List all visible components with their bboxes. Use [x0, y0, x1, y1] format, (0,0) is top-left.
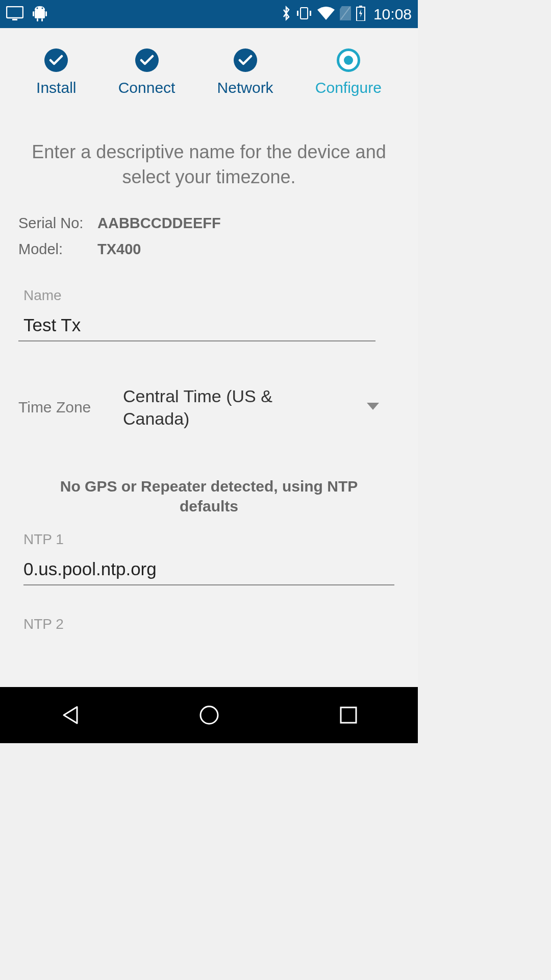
- step-connect[interactable]: Connect: [118, 48, 176, 96]
- svg-rect-2: [35, 10, 45, 18]
- svg-rect-8: [41, 18, 43, 21]
- back-button[interactable]: [58, 703, 82, 727]
- timezone-section: Time Zone Central Time (US & Canada): [0, 341, 418, 430]
- model-row: Model: TX400: [18, 241, 399, 258]
- navigation-bar: [0, 687, 418, 743]
- vibrate-icon: [296, 7, 312, 22]
- name-label: Name: [18, 287, 399, 304]
- svg-rect-16: [341, 707, 356, 723]
- serial-row: Serial No: AABBCCDDEEFF: [18, 215, 399, 232]
- svg-rect-11: [310, 11, 311, 16]
- svg-rect-7: [37, 18, 38, 21]
- step-configure[interactable]: Configure: [315, 48, 382, 96]
- bluetooth-icon: [282, 6, 291, 23]
- timezone-select[interactable]: Central Time (US & Canada): [123, 385, 399, 430]
- cast-icon: [6, 6, 23, 22]
- ntp1-label: NTP 1: [23, 531, 394, 548]
- sim-icon: [340, 6, 351, 22]
- svg-rect-1: [12, 19, 17, 20]
- svg-rect-10: [297, 11, 298, 16]
- timezone-label: Time Zone: [18, 399, 123, 416]
- battery-icon: [356, 6, 365, 23]
- svg-rect-4: [45, 11, 47, 16]
- svg-rect-0: [7, 7, 23, 18]
- timezone-value: Central Time (US & Canada): [123, 385, 296, 430]
- step-label: Install: [36, 79, 76, 96]
- ntp2-field: NTP 2: [23, 616, 394, 632]
- svg-point-6: [42, 7, 43, 9]
- step-install[interactable]: Install: [36, 48, 76, 96]
- chevron-down-icon: [367, 403, 379, 412]
- model-label: Model:: [18, 241, 97, 258]
- serial-value: AABBCCDDEEFF: [97, 215, 221, 232]
- content-area: Install Connect Network Configure Enter …: [0, 28, 418, 687]
- status-bar: 10:08: [0, 0, 418, 28]
- current-step-icon: [337, 48, 360, 72]
- step-label: Connect: [118, 79, 176, 96]
- model-value: TX400: [97, 241, 141, 258]
- ntp1-input[interactable]: [23, 556, 394, 585]
- svg-rect-9: [300, 8, 308, 19]
- svg-rect-3: [33, 11, 34, 16]
- instruction-text: Enter a descriptive name for the device …: [0, 112, 418, 215]
- svg-point-15: [201, 706, 218, 724]
- ntp2-label: NTP 2: [23, 616, 394, 632]
- setup-stepper: Install Connect Network Configure: [0, 28, 418, 112]
- recent-apps-button[interactable]: [336, 703, 361, 727]
- check-icon: [234, 48, 257, 72]
- check-icon: [44, 48, 68, 72]
- device-info: Serial No: AABBCCDDEEFF Model: TX400: [0, 215, 418, 267]
- ntp1-field: NTP 1: [23, 531, 394, 585]
- android-icon: [33, 5, 47, 23]
- home-button[interactable]: [197, 703, 221, 727]
- status-time: 10:08: [373, 6, 412, 23]
- name-field-section: Name: [0, 267, 418, 341]
- svg-point-5: [37, 7, 38, 9]
- wifi-icon: [317, 7, 335, 22]
- check-icon: [135, 48, 159, 72]
- step-network[interactable]: Network: [217, 48, 273, 96]
- ntp-section: NTP 1 NTP 2: [0, 531, 418, 663]
- step-label: Network: [217, 79, 273, 96]
- serial-label: Serial No:: [18, 215, 97, 232]
- ntp-notice: No GPS or Repeater detected, using NTP d…: [0, 430, 418, 531]
- step-label: Configure: [315, 79, 382, 96]
- name-input[interactable]: [18, 312, 375, 341]
